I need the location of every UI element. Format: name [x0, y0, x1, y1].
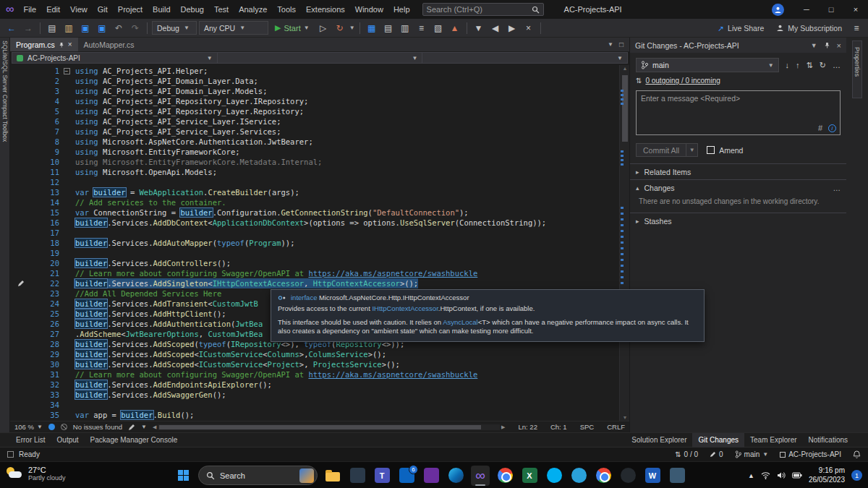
telegram-icon[interactable] — [569, 466, 588, 486]
minimize-button[interactable]: ─ — [794, 0, 819, 19]
live-share-button[interactable]: ↗ Live Share — [712, 24, 769, 33]
redo-icon[interactable]: ↷ — [128, 21, 142, 35]
start-without-debugging-icon[interactable]: ▷ — [316, 21, 331, 35]
menu-window[interactable]: Window — [350, 0, 388, 19]
split-window-icon[interactable]: ▥ — [398, 21, 412, 35]
scroll-left-icon[interactable]: ◀ — [153, 424, 156, 430]
tool-tab-solution-explorer[interactable]: Solution Explorer — [626, 433, 692, 448]
more-actions-icon[interactable]: … — [833, 184, 841, 192]
refresh-icon[interactable]: ↻ — [820, 61, 826, 70]
code-editor[interactable]: 1−using AC_Projects_API.Helper;2using AC… — [10, 65, 629, 421]
outlook-icon[interactable]: 6 — [397, 466, 416, 486]
my-subscription-button[interactable]: My Subscription — [771, 24, 847, 33]
menu-test[interactable]: Test — [209, 0, 234, 19]
sync-icon[interactable]: ⇅ — [807, 61, 813, 70]
sync-counts[interactable]: ⇅ 0 / 0 — [675, 450, 698, 458]
intellicode-status-icon[interactable] — [48, 424, 55, 430]
stashes-section[interactable]: ▸ Stashes — [630, 213, 846, 228]
fold-collapse-icon[interactable]: − — [59, 66, 74, 76]
panel-tab-error-list[interactable]: Error List — [10, 433, 51, 448]
show-output-icon[interactable]: ▤ — [381, 21, 396, 35]
volume-icon[interactable] — [777, 471, 786, 479]
menu-view[interactable]: View — [65, 0, 93, 19]
scroll-up-icon[interactable]: ▲ — [620, 66, 629, 71]
chevron-down-icon[interactable]: ▼ — [811, 42, 817, 49]
bookmark-icon[interactable]: ▼ — [472, 21, 486, 35]
onenote-icon[interactable] — [422, 466, 441, 486]
menu-project[interactable]: Project — [113, 0, 148, 19]
vertical-scrollbar[interactable]: ▲ ▼ — [619, 65, 629, 421]
save-all-icon[interactable]: ▣ — [95, 21, 109, 35]
scrollbar-thumb[interactable] — [622, 75, 628, 142]
menu-build[interactable]: Build — [148, 0, 175, 19]
hot-reload-icon[interactable]: ↻ — [333, 21, 347, 35]
close-button[interactable]: × — [843, 0, 868, 19]
more-actions-icon[interactable]: … — [833, 61, 841, 69]
feedback-icon[interactable]: ≡ — [849, 21, 864, 35]
project-dropdown[interactable]: AC-Projects-API ▼ — [12, 53, 218, 63]
wifi-icon[interactable] — [761, 471, 770, 479]
word-icon[interactable]: W — [643, 466, 662, 486]
close-icon[interactable]: × — [837, 41, 841, 50]
solution-configuration-dropdown[interactable]: Debug▼ — [152, 21, 197, 35]
notepad-icon[interactable] — [348, 466, 367, 486]
menu-debug[interactable]: Debug — [176, 0, 209, 19]
scroll-down-icon[interactable]: ▼ — [620, 415, 629, 420]
weather-widget[interactable]: 27°C Partly cloudy — [6, 466, 66, 481]
tool-tab-team-explorer[interactable]: Team Explorer — [744, 433, 802, 448]
menu-git[interactable]: Git — [93, 0, 113, 19]
taskbar-search[interactable]: Search — [198, 466, 318, 485]
notification-count-badge[interactable]: 1 — [851, 470, 862, 481]
clear-bookmarks-icon[interactable]: × — [522, 21, 536, 35]
tab-program-cs[interactable]: Program.cs× — [10, 38, 78, 51]
amend-checkbox[interactable]: Amend — [707, 146, 743, 155]
issues-status[interactable]: No issues found — [73, 423, 122, 431]
commit-message-input[interactable]: Enter a message <Required> # i — [636, 90, 841, 135]
menu-tools[interactable]: Tools — [272, 0, 301, 19]
clock[interactable]: 9:16 pm 26/05/2023 — [809, 466, 845, 484]
hidden-icons-chevron[interactable]: ▲ — [748, 472, 754, 479]
pin-icon[interactable] — [824, 42, 830, 48]
database-icon[interactable]: ▦ — [365, 21, 379, 35]
notifications-bell[interactable] — [853, 450, 861, 459]
related-items-section[interactable]: ▸ Related Items — [630, 163, 846, 179]
panel-tab-output[interactable]: Output — [51, 433, 85, 448]
edit-pencil-icon[interactable] — [128, 424, 135, 431]
navigate-back-icon[interactable]: ← — [4, 21, 19, 35]
commit-all-button[interactable]: Commit All ▼ — [636, 143, 698, 157]
firefox-icon[interactable] — [594, 466, 613, 486]
background-tasks-icon[interactable] — [7, 451, 14, 458]
undo-icon[interactable]: ↶ — [111, 21, 126, 35]
navigate-symbols-icon[interactable]: ≡ — [414, 21, 429, 35]
tool-tab-notifications[interactable]: Notifications — [803, 433, 854, 448]
menu-help[interactable]: Help — [388, 0, 415, 19]
properties-tab[interactable]: Properties — [852, 40, 862, 98]
save-icon[interactable]: ▣ — [78, 21, 93, 35]
performance-icon[interactable]: ▧ — [431, 21, 446, 35]
tool-tab-git-changes[interactable]: Git Changes — [692, 433, 744, 448]
quick-search-box[interactable]: Search (Ctrl+Q) — [422, 3, 544, 16]
file-explorer-icon[interactable] — [323, 466, 342, 486]
type-dropdown[interactable]: ▼ — [218, 53, 423, 63]
sync-status-link[interactable]: 0 outgoing / 0 incoming — [645, 77, 720, 85]
battery-icon[interactable] — [792, 472, 802, 479]
maximize-button[interactable]: □ — [819, 0, 843, 19]
scrollbar-thumb[interactable] — [159, 425, 480, 429]
pull-icon[interactable]: ↓ — [786, 61, 790, 69]
skype-icon[interactable] — [545, 466, 563, 486]
previous-bookmark-icon[interactable]: ◀ — [488, 21, 503, 35]
visual-studio-icon[interactable]: ∞ — [471, 466, 490, 486]
close-icon[interactable]: × — [68, 40, 72, 48]
sqlite-toolbox-tab[interactable]: SQLite/SQL Server Compact Toolbox — [1, 38, 9, 142]
scroll-right-icon[interactable]: ▶ — [501, 424, 505, 430]
info-icon[interactable]: i — [828, 124, 836, 132]
quick-actions-icon[interactable] — [10, 278, 32, 288]
teams-icon[interactable]: T — [373, 466, 391, 486]
member-dropdown[interactable]: ▼ — [422, 53, 627, 63]
next-bookmark-icon[interactable]: ▶ — [505, 21, 519, 35]
current-branch[interactable]: main ▼ — [735, 450, 769, 458]
open-file-icon[interactable]: ▥ — [61, 21, 76, 35]
panel-tab-package-manager-console[interactable]: Package Manager Console — [85, 433, 184, 448]
excel-icon[interactable]: X — [520, 466, 539, 486]
edge-icon[interactable] — [446, 466, 465, 486]
